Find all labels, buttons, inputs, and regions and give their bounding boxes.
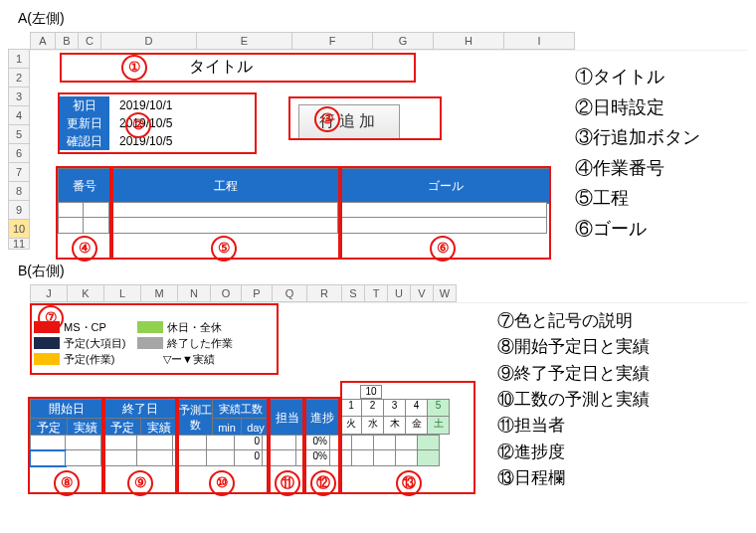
swatch-amber (34, 353, 60, 365)
date-label-confirm: 確認日 (60, 132, 109, 150)
marker-8: ⑧ (54, 470, 80, 496)
hdr-progress: 進捗 (305, 399, 340, 437)
cell-goal[interactable] (338, 202, 547, 218)
col-b: B (56, 32, 79, 50)
col-i: I (504, 32, 575, 50)
date-update[interactable]: 2019/10/5 (113, 114, 172, 132)
hdr-actual: 実績工数 (213, 399, 270, 419)
legend-list-a: ①タイトル ②日時設定 ③行追加ボタン ④作業番号 ⑤工程 ⑥ゴール (575, 62, 700, 245)
cal-month[interactable]: 10 (360, 385, 382, 399)
date-label-first: 初日 (60, 96, 109, 114)
section-a-label: A(左側) (18, 10, 748, 28)
hdr-owner: 担当 (271, 399, 305, 437)
date-confirm[interactable]: 2019/10/5 (113, 132, 172, 150)
swatch-red (34, 321, 60, 333)
marker-12: ⑫ (310, 470, 336, 496)
cell-process[interactable] (109, 202, 338, 218)
marker-4: ④ (72, 236, 97, 262)
date-first[interactable]: 2019/10/1 (113, 96, 172, 114)
hdr-goal: ゴール (341, 168, 551, 204)
add-row-button[interactable]: 行追加 (298, 104, 400, 139)
date-label-update: 更新日 (60, 114, 109, 132)
cell-number2[interactable] (84, 202, 109, 218)
col-f: F (292, 32, 373, 50)
col-e: E (197, 32, 292, 50)
selected-cell[interactable] (30, 450, 66, 466)
row-headers-a: 1 2 3 4 5 6 7 8 9 10 11 (8, 49, 30, 250)
hdr-forecast: 予測工数 (178, 399, 213, 437)
marker-11: ⑪ (275, 470, 300, 496)
marker-9: ⑨ (127, 470, 153, 496)
swatch-navy (34, 337, 60, 349)
marker-13: ⑬ (396, 470, 422, 496)
hdr-process: 工程 (111, 168, 341, 204)
col-c: C (79, 32, 101, 50)
hdr-end: 終了日 (104, 399, 177, 419)
marker-1: ① (121, 55, 147, 81)
title-text[interactable]: タイトル (189, 57, 253, 78)
cell-number[interactable] (58, 202, 84, 218)
col-h: H (434, 32, 504, 50)
col-a: A (30, 32, 56, 50)
col-headers-a: A B C D E F G H I (30, 32, 748, 50)
marker-6: ⑥ (430, 236, 456, 262)
col-headers-b: J K L M N O P Q R S T U V W (30, 284, 748, 302)
marker-5: ⑤ (211, 236, 237, 262)
swatch-gray (137, 337, 163, 349)
section-b-label: B(右側) (18, 263, 748, 280)
hdr-start: 開始日 (30, 399, 103, 419)
swatch-green (137, 321, 163, 333)
legend-list-b: ⑦色と記号の説明 ⑧開始予定日と実績 ⑨終了予定日と実績 ⑩工数の予測と実績 ⑪… (497, 308, 650, 491)
col-d: D (101, 32, 197, 50)
col-g: G (373, 32, 434, 50)
marker-10: ⑩ (209, 470, 235, 496)
hdr-number: 番号 (58, 168, 111, 204)
